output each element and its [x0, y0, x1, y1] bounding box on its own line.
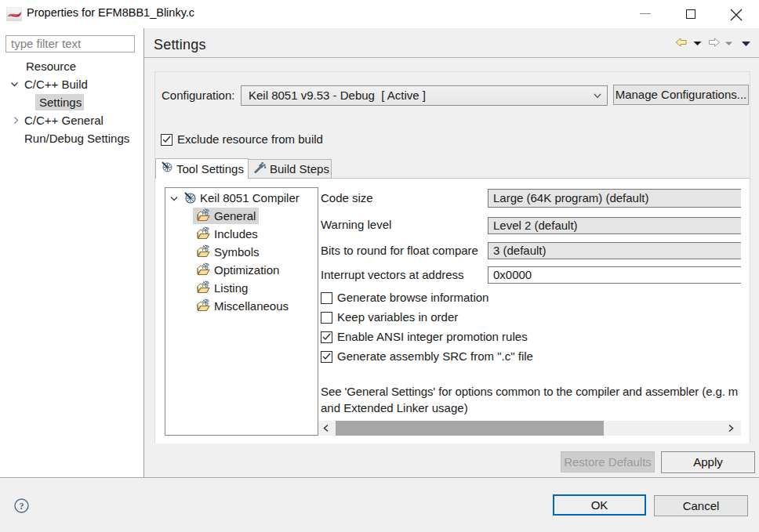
- svg-text:?: ?: [20, 501, 24, 512]
